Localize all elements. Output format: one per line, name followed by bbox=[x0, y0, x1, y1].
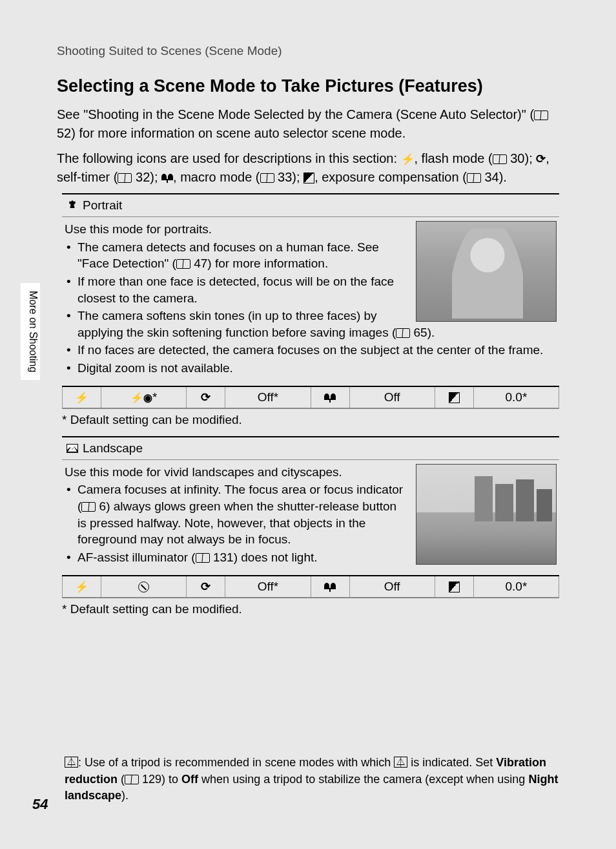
text: ). bbox=[427, 326, 435, 339]
ref-number: 34 bbox=[484, 170, 498, 184]
text: when using a tripod to stabilize the cam… bbox=[198, 773, 528, 786]
text: The following icons are used for descrip… bbox=[57, 151, 401, 165]
text: ); bbox=[150, 170, 161, 184]
exposure-compensation-icon bbox=[449, 582, 460, 592]
text: ). bbox=[499, 170, 507, 184]
landscape-section: Landscape Use this mode for vivid landsc… bbox=[57, 436, 559, 616]
side-tab: More on Shooting bbox=[21, 283, 40, 380]
macro-icon bbox=[161, 174, 173, 183]
portrait-bullets: The camera detects and focuses on a huma… bbox=[65, 239, 557, 377]
intro-paragraph-2: The following icons are used for descrip… bbox=[57, 149, 559, 187]
book-ref-icon bbox=[118, 173, 132, 183]
landscape-footnote: * Default setting can be modified. bbox=[62, 602, 559, 616]
exp-icon-cell bbox=[435, 386, 473, 408]
macro-icon-cell bbox=[311, 576, 349, 598]
ref-number: 65 bbox=[414, 326, 427, 339]
list-item: If more than one face is detected, focus… bbox=[65, 273, 557, 306]
text: See "Shooting in the Scene Mode Selected… bbox=[57, 107, 534, 121]
page-number: 54 bbox=[32, 796, 48, 813]
ref-number: 33 bbox=[278, 170, 292, 184]
book-ref-icon bbox=[534, 110, 548, 120]
flash-icon-cell bbox=[63, 386, 101, 408]
text: ) does not light. bbox=[234, 550, 318, 564]
timer-icon-cell bbox=[187, 576, 225, 598]
flash-redeye-icon: ⚡◉ bbox=[130, 392, 152, 404]
text: ). bbox=[121, 789, 128, 802]
exp-value: 0.0* bbox=[473, 386, 559, 408]
text: ) always glows green when the shutter-re… bbox=[77, 499, 396, 546]
landscape-settings-table: Off* Off 0.0* bbox=[62, 575, 559, 598]
landscape-mode-icon bbox=[66, 443, 79, 454]
tripod-footnote: ⏃: Use of a tripod is recommended in sce… bbox=[65, 755, 559, 804]
portrait-heading: Portrait bbox=[83, 198, 122, 213]
ref-number: 131 bbox=[213, 550, 234, 564]
portrait-footnote: * Default setting can be modified. bbox=[62, 413, 559, 427]
landscape-heading-row: Landscape bbox=[62, 436, 559, 460]
book-ref-icon bbox=[396, 328, 410, 338]
list-item: The camera detects and focuses on a huma… bbox=[65, 239, 557, 272]
flash-value bbox=[101, 576, 187, 598]
self-timer-icon bbox=[201, 580, 210, 593]
ref-number: 30 bbox=[510, 151, 524, 165]
flash-icon-cell bbox=[63, 576, 101, 598]
self-timer-icon bbox=[536, 151, 546, 165]
landscape-body: Use this mode for vivid landscapes and c… bbox=[62, 460, 559, 572]
book-ref-icon bbox=[467, 173, 481, 183]
ref-number: 52 bbox=[57, 126, 71, 140]
text: , macro mode ( bbox=[173, 170, 260, 184]
text: ); bbox=[292, 170, 303, 184]
flash-icon bbox=[401, 151, 415, 165]
landscape-bullets: Camera focuses at infinity. The focus ar… bbox=[65, 481, 557, 565]
timer-value: Off* bbox=[225, 576, 311, 598]
intro-paragraph-1: See "Shooting in the Scene Mode Selected… bbox=[57, 105, 559, 143]
book-ref-icon bbox=[176, 259, 190, 269]
macro-value: Off bbox=[349, 386, 435, 408]
book-ref-icon bbox=[260, 173, 274, 183]
section-breadcrumb: Shooting Suited to Scenes (Scene Mode) bbox=[57, 44, 559, 58]
list-item: If no faces are detected, the camera foc… bbox=[65, 342, 557, 359]
text: , exposure compensation ( bbox=[314, 170, 467, 184]
macro-icon-cell bbox=[311, 386, 349, 408]
text: The camera softens skin tones (in up to … bbox=[77, 309, 396, 339]
tripod-icon: ⏃ bbox=[65, 757, 78, 768]
list-item: The camera softens skin tones (in up to … bbox=[65, 308, 557, 341]
ref-number: 47 bbox=[194, 257, 207, 270]
ref-number: 6 bbox=[99, 499, 107, 513]
exp-icon-cell bbox=[435, 576, 473, 598]
exposure-compensation-icon bbox=[449, 392, 460, 403]
portrait-heading-row: Portrait bbox=[62, 193, 559, 217]
book-ref-icon bbox=[493, 154, 507, 164]
macro-icon bbox=[324, 393, 336, 403]
portrait-mode-icon bbox=[66, 200, 79, 211]
ref-number: 129 bbox=[142, 773, 161, 786]
text: ); bbox=[524, 151, 536, 165]
macro-icon bbox=[324, 583, 336, 592]
text: ) for more information. bbox=[207, 257, 328, 270]
list-item: Camera focuses at infinity. The focus ar… bbox=[65, 481, 557, 548]
text: : Use of a tripod is recommended in scen… bbox=[78, 756, 394, 769]
text: ) to bbox=[161, 773, 181, 786]
book-ref-icon bbox=[81, 502, 96, 512]
exposure-compensation-icon bbox=[303, 173, 314, 183]
ref-number: 32 bbox=[136, 170, 150, 184]
list-item: AF-assist illuminator ( 131) does not li… bbox=[65, 549, 557, 566]
page: Shooting Suited to Scenes (Scene Mode) M… bbox=[0, 0, 616, 849]
flash-icon bbox=[75, 390, 88, 404]
text: ) for more information on scene auto sel… bbox=[71, 126, 406, 140]
timer-icon-cell bbox=[187, 386, 225, 408]
flash-value: ⚡◉* bbox=[101, 386, 187, 408]
self-timer-icon bbox=[201, 390, 210, 404]
text: AF-assist illuminator ( bbox=[77, 550, 196, 564]
list-item: Digital zoom is not available. bbox=[65, 360, 557, 377]
exp-value: 0.0* bbox=[473, 576, 559, 598]
text: , flash mode ( bbox=[415, 151, 493, 165]
text: ( bbox=[118, 773, 125, 786]
tripod-icon: ⏃ bbox=[394, 757, 407, 768]
portrait-section: Portrait Use this mode for portraits. Th… bbox=[57, 193, 559, 427]
bold-text: Off bbox=[181, 773, 198, 786]
timer-value: Off* bbox=[225, 386, 311, 408]
flash-icon bbox=[75, 580, 88, 593]
macro-value: Off bbox=[349, 576, 435, 598]
landscape-heading: Landscape bbox=[83, 441, 143, 456]
book-ref-icon bbox=[196, 553, 210, 563]
